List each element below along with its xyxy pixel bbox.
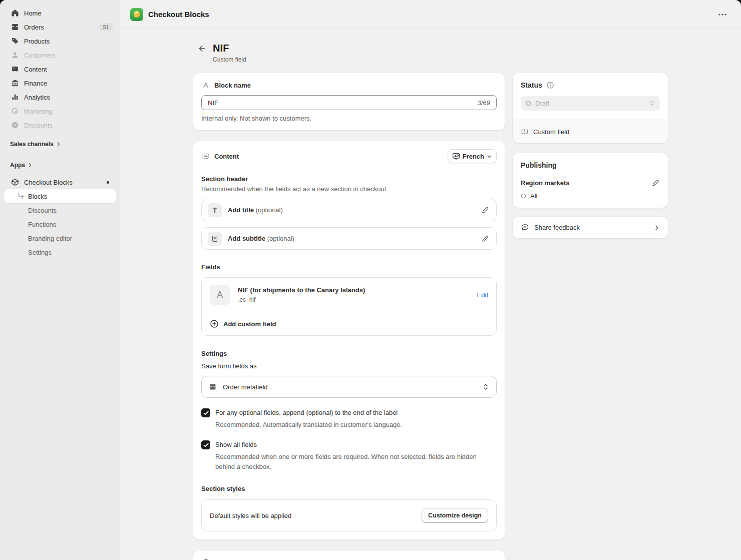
- chevron-right-icon: [28, 163, 33, 168]
- sidebar-item-marketing[interactable]: Marketing: [4, 104, 116, 118]
- sales-channels-label: Sales channels: [10, 141, 54, 148]
- sidebar-item-label: Orders: [24, 24, 99, 31]
- sidebar-item-label: Blocks: [28, 193, 113, 200]
- add-title-label: Add title: [228, 206, 254, 214]
- check-icon: [203, 443, 209, 447]
- settings-title: Settings: [201, 350, 497, 357]
- block-name-field: 3/69: [201, 95, 497, 110]
- region-markets-value-row: All: [521, 192, 660, 200]
- select-chevrons-icon: [482, 383, 489, 391]
- section-header-title: Section header: [201, 175, 497, 183]
- sidebar: Home Orders 51 Products Customers: [0, 0, 120, 560]
- optional-append-setting: For any optional fields, append (optiona…: [201, 409, 497, 430]
- region-markets-value: All: [530, 192, 537, 200]
- section-styles-title: Section styles: [201, 485, 497, 492]
- display-rules-card: Display rules: [193, 550, 505, 560]
- status-card-footer: Custom field: [513, 120, 668, 143]
- sidebar-item-app-settings[interactable]: Settings: [4, 245, 116, 259]
- language-selector-button[interactable]: A French: [448, 149, 497, 163]
- translate-icon: A: [452, 152, 460, 160]
- checkbox-label[interactable]: For any optional fields, append (optiona…: [215, 409, 497, 416]
- edit-pencil-icon[interactable]: [481, 206, 489, 214]
- elbow-arrow-icon: [17, 192, 25, 200]
- language-label: French: [463, 153, 484, 160]
- optional-label: (optional): [256, 206, 283, 214]
- edit-pencil-icon[interactable]: [481, 235, 489, 243]
- save-destination-value: Order metafield: [223, 383, 268, 391]
- discount-icon: [11, 121, 19, 129]
- publishing-heading: Publishing: [521, 161, 660, 169]
- sidebar-item-functions[interactable]: Functions: [4, 217, 116, 231]
- fields-title: Fields: [201, 263, 497, 271]
- content-heading: Content: [214, 153, 239, 160]
- check-icon: [203, 411, 209, 415]
- sidebar-item-branding-editor[interactable]: Branding editor: [4, 231, 116, 245]
- customize-design-button[interactable]: Customize design: [422, 508, 488, 523]
- sidebar-item-label: Finance: [24, 80, 113, 87]
- edit-regions-button[interactable]: [651, 179, 660, 187]
- sidebar-item-content[interactable]: Content: [4, 62, 116, 76]
- add-custom-field-button[interactable]: Add custom field: [202, 312, 496, 335]
- add-title-row[interactable]: T Add title (optional): [201, 199, 497, 221]
- edit-field-link[interactable]: Edit: [477, 291, 488, 299]
- sidebar-item-checkout-blocks-app[interactable]: Checkout Blocks: [4, 175, 116, 189]
- sidebar-item-label: Settings: [28, 249, 113, 256]
- page-header: NIF Custom field: [196, 42, 668, 63]
- draft-status-icon: [526, 101, 531, 106]
- share-feedback-button[interactable]: Share feedback: [513, 217, 668, 238]
- checkbox-label[interactable]: Show all fields: [215, 441, 497, 448]
- sidebar-item-label: Content: [24, 66, 113, 73]
- back-button[interactable]: [196, 43, 207, 54]
- sidebar-item-label: Discounts: [28, 207, 113, 214]
- bank-icon: [11, 79, 19, 87]
- sidebar-item-app-discounts[interactable]: Discounts: [4, 203, 116, 217]
- sidebar-item-orders[interactable]: Orders 51: [4, 20, 116, 34]
- app-window: Home Orders 51 Products Customers: [0, 0, 741, 560]
- arrow-left-icon: [197, 44, 206, 53]
- sidebar-item-finance[interactable]: Finance: [4, 76, 116, 90]
- content-icon: [11, 65, 19, 73]
- cube-icon: [11, 178, 19, 186]
- content-card: Content A French Section header Recommen…: [193, 141, 505, 539]
- sidebar-item-discounts[interactable]: Discounts: [4, 118, 116, 132]
- apps-header[interactable]: Apps: [4, 158, 116, 172]
- block-name-input[interactable]: [208, 99, 478, 107]
- plus-circle-icon: [210, 319, 219, 328]
- title-icon: T: [208, 203, 222, 217]
- sidebar-item-label: Products: [24, 38, 113, 45]
- show-all-fields-checkbox[interactable]: [201, 440, 210, 449]
- status-footer-label: Custom field: [533, 128, 569, 136]
- sidebar-item-label: Analytics: [24, 94, 113, 101]
- checkout-blocks-app-icon: [130, 8, 143, 21]
- sidebar-item-label: Functions: [28, 221, 113, 228]
- add-subtitle-row[interactable]: Add subtitle (optional): [201, 227, 497, 250]
- add-subtitle-label: Add subtitle: [228, 235, 265, 242]
- sidebar-item-label: Checkout Blocks: [24, 179, 107, 186]
- orders-count-badge: 51: [99, 23, 113, 31]
- page-subtitle: Custom field: [213, 56, 246, 63]
- sidebar-item-blocks[interactable]: Blocks: [4, 189, 116, 203]
- sidebar-item-products[interactable]: Products: [4, 34, 116, 48]
- marketing-icon: [11, 107, 19, 115]
- char-counter: 3/69: [478, 99, 490, 107]
- bar-chart-icon: [11, 93, 19, 101]
- person-icon: [11, 51, 19, 59]
- notification-dot: [107, 181, 109, 184]
- status-select[interactable]: Draft: [521, 96, 660, 111]
- block-name-heading: Block name: [214, 82, 251, 89]
- fields-list: A NIF (for shipments to the Canary Islan…: [201, 277, 497, 336]
- info-icon[interactable]: [546, 81, 554, 89]
- sidebar-item-customers[interactable]: Customers: [4, 48, 116, 62]
- block-name-helper: Internal only. Not shown to customers.: [201, 115, 497, 122]
- sidebar-item-analytics[interactable]: Analytics: [4, 90, 116, 104]
- optional-label: (optional): [267, 235, 294, 242]
- home-icon: [11, 9, 19, 17]
- save-destination-select[interactable]: Order metafield: [201, 376, 497, 398]
- field-key: .es_nif: [238, 296, 477, 303]
- page-title: NIF: [213, 42, 246, 54]
- more-menu-button[interactable]: [715, 10, 730, 19]
- styles-status-text: Default styles will be applied: [210, 512, 291, 519]
- optional-append-checkbox[interactable]: [201, 408, 210, 417]
- sidebar-item-home[interactable]: Home: [4, 6, 116, 20]
- sales-channels-header[interactable]: Sales channels: [4, 137, 116, 151]
